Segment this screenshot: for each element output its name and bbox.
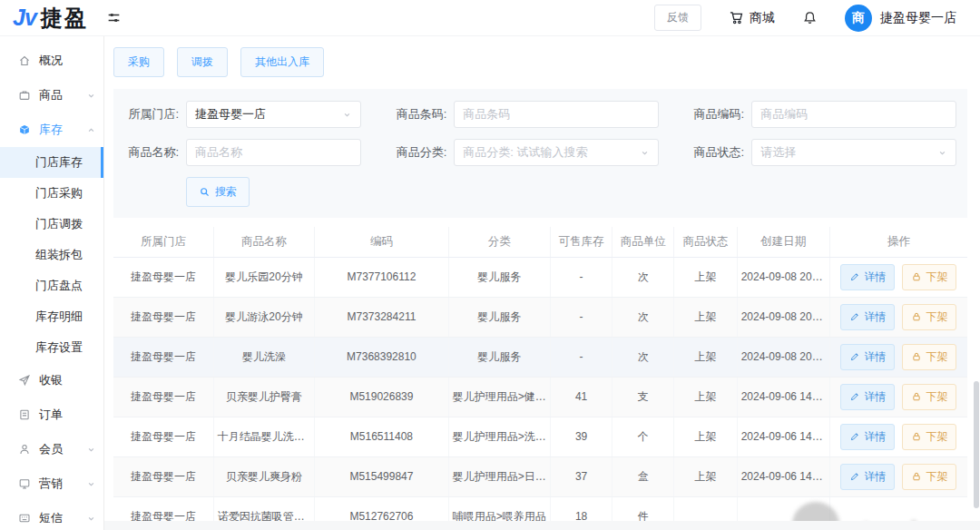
cell-code: M7368392810 bbox=[315, 337, 448, 377]
cell-store: 捷盈母婴一店 bbox=[113, 377, 213, 417]
logo-mark: Jv bbox=[13, 5, 36, 31]
detail-button[interactable]: 详情 bbox=[840, 344, 895, 370]
chevron-up-icon bbox=[86, 125, 96, 135]
sidebar-item-goods[interactable]: 商品 bbox=[0, 78, 103, 113]
cell-code: M519026839 bbox=[315, 377, 448, 417]
lock-icon bbox=[911, 271, 922, 282]
member-icon bbox=[18, 443, 31, 456]
cell-status: 上架 bbox=[674, 456, 737, 496]
cell-category: 婴儿护理用品>日常... bbox=[448, 456, 550, 496]
table-row: 捷盈母婴一店婴儿游泳20分钟M7373284211婴儿服务-次上架2024-09… bbox=[113, 297, 967, 337]
sidebar-subitem-store-stock[interactable]: 门店库存 bbox=[0, 147, 103, 178]
chevron-down-icon bbox=[86, 514, 96, 524]
lock-icon bbox=[911, 351, 922, 362]
filter-label-store: 所属门店: bbox=[115, 106, 179, 123]
detail-button[interactable]: 详情 bbox=[840, 424, 895, 450]
tab-purchase[interactable]: 采购 bbox=[113, 47, 164, 77]
sidebar-item-label: 商品 bbox=[39, 87, 63, 103]
offshelf-button[interactable]: 下架 bbox=[902, 464, 956, 490]
column-header-3: 分类 bbox=[448, 227, 550, 257]
filter-label-category: 商品分类: bbox=[383, 144, 446, 161]
offshelf-button[interactable]: 下架 bbox=[902, 384, 956, 410]
barcode-input[interactable]: 商品条码 bbox=[454, 101, 659, 128]
chevron-down-icon bbox=[640, 148, 650, 158]
cell-unit: 盒 bbox=[612, 456, 674, 496]
detail-button-label: 详情 bbox=[864, 349, 886, 365]
cell-status: 上架 bbox=[674, 257, 737, 297]
offshelf-button[interactable]: 下架 bbox=[902, 304, 956, 330]
sidebar-item-sms[interactable]: 短信 bbox=[0, 501, 103, 530]
sidebar-subitem-store-purchase[interactable]: 门店采购 bbox=[0, 178, 103, 209]
notification-bell-icon[interactable] bbox=[802, 10, 818, 25]
store-select[interactable]: 捷盈母婴一店 bbox=[186, 101, 361, 128]
cell-actions: 详情下架 bbox=[829, 257, 967, 297]
sidebar-item-order[interactable]: 订单 bbox=[0, 398, 103, 432]
offshelf-button[interactable]: 下架 bbox=[902, 264, 956, 290]
sidebar-item-marketing[interactable]: 营销 bbox=[0, 466, 103, 501]
filter-label-product-name: 商品名称: bbox=[115, 144, 179, 161]
column-header-5: 商品单位 bbox=[612, 227, 674, 257]
sidebar-collapse-icon[interactable] bbox=[106, 10, 122, 25]
search-button[interactable]: 搜索 bbox=[186, 177, 250, 207]
search-icon bbox=[199, 186, 211, 198]
sidebar-subitem-stock-detail[interactable]: 库存明细 bbox=[0, 301, 103, 332]
app-logo: Jv 捷盈 bbox=[13, 4, 88, 33]
lock-icon bbox=[911, 431, 922, 442]
detail-button-label: 详情 bbox=[864, 389, 886, 405]
lock-icon bbox=[911, 311, 922, 322]
cell-unit: 次 bbox=[612, 297, 674, 337]
avatar: 商 bbox=[845, 5, 872, 32]
goods-icon bbox=[18, 89, 31, 102]
cell-name: 婴儿洗澡 bbox=[213, 337, 314, 377]
detail-button[interactable]: 详情 bbox=[840, 304, 895, 330]
offshelf-button-label: 下架 bbox=[926, 349, 947, 365]
edit-pencil-icon bbox=[849, 351, 860, 362]
offshelf-button-label: 下架 bbox=[926, 469, 947, 485]
cell-status: 上架 bbox=[674, 297, 737, 337]
sidebar-item-inventory[interactable]: 库存 bbox=[0, 113, 103, 147]
sidebar-subitem-store-check[interactable]: 门店盘点 bbox=[0, 270, 103, 301]
sidebar-subitem-assemble-unpack[interactable]: 组装拆包 bbox=[0, 240, 103, 270]
page-bottom-strip bbox=[104, 521, 980, 530]
edit-pencil-icon bbox=[849, 391, 860, 402]
cashier-icon bbox=[18, 374, 31, 387]
sms-icon bbox=[18, 512, 31, 525]
column-header-1: 商品名称 bbox=[213, 227, 314, 257]
lock-icon bbox=[911, 471, 922, 482]
marketing-icon bbox=[18, 477, 31, 490]
cell-store: 捷盈母婴一店 bbox=[113, 257, 213, 297]
detail-button[interactable]: 详情 bbox=[840, 384, 895, 410]
cell-category: 婴儿护理用品>健康... bbox=[448, 377, 550, 417]
product-code-input[interactable]: 商品编码 bbox=[751, 101, 956, 128]
sidebar-item-label: 营销 bbox=[39, 476, 63, 492]
cell-created: 2024-09-06 14:25:02 bbox=[737, 377, 829, 417]
account-menu[interactable]: 商 捷盈母婴一店 bbox=[845, 5, 956, 32]
status-select[interactable]: 请选择 bbox=[751, 139, 956, 166]
cell-name: 贝亲婴儿护臀膏 bbox=[213, 377, 314, 417]
sidebar-item-overview[interactable]: 概况 bbox=[0, 44, 103, 78]
category-select[interactable]: 商品分类: 试试输入搜索 bbox=[454, 139, 659, 166]
cell-store: 捷盈母婴一店 bbox=[113, 456, 213, 496]
mall-label: 商城 bbox=[750, 10, 775, 26]
sidebar-item-member[interactable]: 会员 bbox=[0, 432, 103, 466]
offshelf-button[interactable]: 下架 bbox=[902, 344, 956, 370]
column-header-0: 所属门店 bbox=[113, 227, 213, 257]
cell-created: 2024-09-06 14:19:10 bbox=[737, 456, 829, 496]
mall-button[interactable]: 商城 bbox=[729, 10, 775, 26]
column-header-6: 商品状态 bbox=[674, 227, 737, 257]
cell-name: 婴儿乐园20分钟 bbox=[213, 257, 314, 297]
tab-other-inout[interactable]: 其他出入库 bbox=[240, 47, 324, 77]
cell-unit: 次 bbox=[612, 337, 674, 377]
feedback-button[interactable]: 反馈 bbox=[654, 5, 701, 31]
field-placeholder: 商品条码 bbox=[463, 106, 510, 123]
detail-button[interactable]: 详情 bbox=[840, 464, 895, 490]
chevron-down-icon bbox=[342, 110, 352, 120]
detail-button[interactable]: 详情 bbox=[840, 264, 895, 290]
offshelf-button[interactable]: 下架 bbox=[902, 424, 956, 450]
sidebar-subitem-store-transfer[interactable]: 门店调拨 bbox=[0, 209, 103, 240]
sidebar-item-cashier[interactable]: 收银 bbox=[0, 363, 103, 398]
tab-transfer[interactable]: 调拨 bbox=[177, 47, 228, 77]
product-name-input[interactable]: 商品名称 bbox=[186, 139, 361, 166]
vertical-scrollbar[interactable] bbox=[974, 381, 979, 508]
sidebar-subitem-stock-setting[interactable]: 库存设置 bbox=[0, 332, 103, 363]
